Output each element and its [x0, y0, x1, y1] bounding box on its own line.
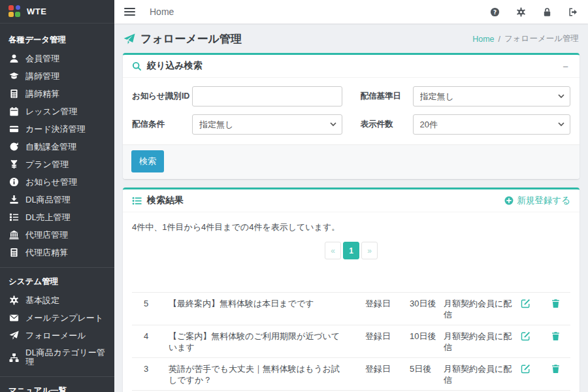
sidebar-item-dl-products[interactable]: DL商品管理 — [0, 191, 114, 208]
app-window: WTE 各種データ管理 会員管理 講師管理 講師精算 レッスン管理 カ — [0, 0, 588, 392]
yen-icon — [8, 159, 19, 169]
logo-text: WTE — [27, 7, 46, 16]
row-reg-label: 登録日 — [357, 298, 406, 309]
delivery-base-date-select[interactable]: 指定無し — [413, 86, 571, 106]
delivery-condition-select[interactable]: 指定無し — [192, 114, 342, 135]
sidebar-item-auto-billing[interactable]: 自動課金管理 — [0, 138, 114, 155]
breadcrumb: Home / フォローメール管理 — [472, 33, 579, 44]
sidebar-item-card-payments[interactable]: カード決済管理 — [0, 120, 114, 138]
edit-icon[interactable] — [521, 331, 547, 341]
calendar-icon — [8, 106, 19, 116]
row-title: 英語が苦手でも大丈夫｜無料体験はもうお試しですか？ — [169, 363, 353, 385]
topbar: Home ? — [114, 0, 588, 24]
delivery-base-date-label: 配信基準日 — [361, 91, 413, 102]
display-count-label: 表示件数 — [361, 119, 413, 130]
sidebar-item-lessons[interactable]: レッスン管理 — [0, 103, 114, 120]
sidebar-item-label: メールテンプレート — [25, 314, 103, 323]
search-button[interactable]: 検索 — [131, 150, 164, 172]
gear-icon[interactable] — [516, 7, 526, 17]
page-title: フォローメール管理 — [123, 31, 242, 46]
row-title: 【最終案内】無料体験は本日までです — [169, 298, 353, 309]
plus-circle-icon — [504, 196, 514, 205]
row-reg-label: 登録日 — [357, 363, 406, 374]
sidebar-item-label: 自動課金管理 — [25, 142, 76, 152]
search-panel-footer: 検索 — [123, 144, 580, 179]
calculator-icon — [8, 89, 19, 99]
sidebar-item-agency-settlement[interactable]: 代理店精算 — [0, 244, 114, 261]
nav-section-data: 各種データ管理 — [0, 26, 114, 50]
bank-icon — [8, 230, 19, 240]
sidebar-item-label: 基本設定 — [25, 296, 59, 305]
info-circle-icon — [8, 177, 19, 187]
nav-section-manuals: マニュアル一覧 — [0, 377, 114, 392]
sidebar-item-basic-settings[interactable]: 基本設定 — [0, 291, 114, 309]
sidebar-item-label: レッスン管理 — [25, 107, 77, 116]
row-reg-label: 登録日 — [357, 331, 406, 342]
list-check-icon — [8, 212, 19, 222]
download-icon — [8, 195, 19, 204]
sidebar-nav: 各種データ管理 会員管理 講師管理 講師精算 レッスン管理 カード決済管理 — [0, 24, 114, 392]
edit-icon[interactable] — [521, 363, 547, 374]
delete-icon[interactable] — [551, 331, 570, 341]
search-panel-header: 絞り込み検索 − — [123, 55, 580, 78]
sidebar-item-label: フォローメール — [25, 331, 86, 340]
question-circle-icon[interactable]: ? — [490, 7, 500, 17]
sidebar-item-notices[interactable]: お知らせ管理 — [0, 173, 114, 191]
sidebar-item-mail-templates[interactable]: メールテンプレート — [0, 309, 114, 327]
row-target: 月額契約会員に配信 — [444, 363, 517, 385]
main-area: Home ? フォローメール管理 Home / フォローメール管理 — [114, 0, 588, 392]
calculator-icon — [8, 248, 19, 257]
results-body: 4件中、1件目から4件目までの4件を表示しています。 « 1 » 5 【最終案内… — [123, 212, 580, 392]
delivery-condition-field-row: 配信条件 指定無し — [132, 114, 342, 135]
row-id: 4 — [132, 331, 165, 342]
breadcrumb-current: フォローメール管理 — [504, 33, 579, 44]
pagination-prev-button[interactable]: « — [325, 242, 341, 259]
sidebar-item-label: 講師管理 — [25, 72, 59, 81]
sidebar-item-plans[interactable]: プラン管理 — [0, 155, 114, 173]
collapse-button[interactable]: − — [561, 61, 570, 71]
sidebar-item-dl-product-categories[interactable]: DL商品カテゴリー管理 — [0, 344, 114, 370]
edit-icon[interactable] — [521, 298, 547, 308]
app-logo[interactable]: WTE — [0, 0, 114, 24]
row-target: 月額契約会員に配信 — [444, 298, 517, 320]
delete-icon[interactable] — [551, 298, 570, 308]
display-count-select[interactable]: 20件 — [413, 114, 571, 135]
breadcrumb-separator: / — [498, 35, 500, 44]
sidebar-item-agencies[interactable]: 代理店管理 — [0, 226, 114, 244]
sidebar-item-label: プラン管理 — [25, 160, 69, 169]
sidebar-item-label: DL商品管理 — [25, 195, 71, 204]
sidebar-item-members[interactable]: 会員管理 — [0, 50, 114, 67]
row-timing: 10日後 — [410, 331, 440, 342]
breadcrumb-home-link[interactable]: Home — [472, 35, 494, 44]
pagination-page-1-button[interactable]: 1 — [343, 242, 359, 259]
page-content: フォローメール管理 Home / フォローメール管理 絞り込み検索 − — [114, 24, 588, 392]
lock-icon[interactable] — [542, 7, 552, 17]
logo-icon — [8, 5, 21, 18]
graduation-cap-icon — [8, 71, 19, 81]
paper-plane-icon — [123, 33, 135, 45]
sidebar-item-label: カード決済管理 — [25, 125, 86, 134]
sign-out-icon[interactable] — [568, 7, 578, 17]
row-title: 【ご案内】無料体験のご利用期限が近づいています — [169, 331, 353, 353]
sidebar-item-dl-sales[interactable]: DL売上管理 — [0, 208, 114, 226]
row-timing: 5日後 — [410, 363, 440, 374]
row-id: 5 — [132, 298, 165, 309]
sidebar-item-teacher-settlement[interactable]: 講師精算 — [0, 85, 114, 103]
pagination: « 1 » — [123, 242, 580, 259]
sidebar: WTE 各種データ管理 会員管理 講師管理 講師精算 レッスン管理 カ — [0, 0, 114, 392]
results-table: 5 【最終案内】無料体験は本日までです 登録日 30日後 月額契約会員に配信 4… — [132, 292, 570, 392]
pagination-next-button[interactable]: » — [361, 242, 378, 259]
notice-id-input[interactable] — [192, 86, 342, 106]
list-icon — [132, 196, 142, 206]
display-count-field-row: 表示件数 20件 — [361, 114, 571, 135]
new-registration-link[interactable]: 新規登録する — [504, 195, 570, 206]
menu-toggle-icon[interactable] — [124, 8, 135, 16]
delete-icon[interactable] — [551, 363, 570, 374]
sidebar-item-teachers[interactable]: 講師管理 — [0, 67, 114, 85]
results-summary: 4件中、1件目から4件目までの4件を表示しています。 — [123, 212, 580, 233]
sidebar-item-label: 会員管理 — [25, 54, 59, 63]
table-row: 4 【ご案内】無料体験のご利用期限が近づいています 登録日 10日後 月額契約会… — [132, 325, 570, 357]
sidebar-item-follow-mail[interactable]: フォローメール — [0, 327, 114, 344]
row-target: 月額契約会員に配信 — [444, 331, 517, 353]
topbar-home-link[interactable]: Home — [150, 7, 174, 17]
